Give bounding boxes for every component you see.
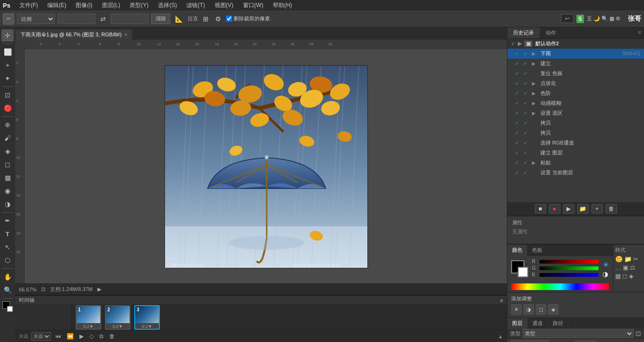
dodge-tool[interactable]: ◑ <box>1 198 14 210</box>
happy-icon[interactable]: 🙂 <box>615 256 623 263</box>
duplicate-frame-btn[interactable]: ⧉ <box>98 333 105 340</box>
adj-contrast-icon[interactable]: ◑ <box>523 304 534 315</box>
clone-stamp-tool[interactable]: ◈ <box>1 145 14 157</box>
panel-menu-btn[interactable]: ≡ <box>635 27 644 38</box>
menu-edit[interactable]: 编辑(E) <box>45 0 69 10</box>
action-build[interactable]: ✓ ✓ ▶ 建立 <box>507 59 644 68</box>
menu-layer[interactable]: 图层(L) <box>100 0 123 10</box>
mask-icon[interactable]: ◻ <box>622 273 627 280</box>
lasso-tool[interactable]: ⌖ <box>1 59 14 71</box>
action-set-selection[interactable]: ✓ ✓ ▶ 设置 选区 <box>507 108 644 118</box>
play-action-btn[interactable]: ▶ <box>563 204 574 214</box>
action-rain[interactable]: ✓ ✓ ▶ 下雨 Shift+F2 <box>507 49 644 59</box>
menu-file[interactable]: 文件(F) <box>17 0 40 10</box>
timeline-collapse-btn[interactable]: ▲ <box>498 333 503 339</box>
sun-adj-icon[interactable]: ☀ <box>602 260 609 269</box>
balance-icon[interactable]: ⚖ <box>630 264 635 271</box>
layer-comp-icon[interactable]: ▣ <box>623 264 628 271</box>
b-slider[interactable] <box>540 273 599 277</box>
color-spectrum[interactable] <box>511 283 609 290</box>
menu-select[interactable]: 选择(S) <box>156 0 179 10</box>
marquee-tool[interactable]: ⬜ <box>1 46 14 58</box>
channels-icon[interactable]: ◈ <box>629 273 634 280</box>
tab-swatches[interactable]: 色板 <box>527 245 547 256</box>
action-create-layer[interactable]: ✓ ✓ 建立 图层 <box>507 148 644 158</box>
frame-1[interactable]: 1 0.2▼ <box>76 305 101 330</box>
settings-icon[interactable]: ⚙ <box>213 15 223 23</box>
adj-brightness-icon[interactable]: ☀ <box>511 304 522 315</box>
tab-history[interactable]: 历史记录 <box>507 27 540 38</box>
tab-actions[interactable]: 动作 <box>540 27 562 38</box>
new-set-btn[interactable]: 📁 <box>577 204 589 214</box>
hand-tool[interactable]: ✋ <box>1 271 14 283</box>
delete-cropped-label[interactable]: 删除裁剪的像素 <box>226 15 270 22</box>
ratio-height-input[interactable] <box>111 14 148 24</box>
adj-channel-icon[interactable]: ◈ <box>548 304 558 315</box>
prev-frame-btn[interactable]: ⏪ <box>65 333 75 340</box>
scissors-icon[interactable]: ✂ <box>633 256 638 263</box>
tab-channels[interactable]: 通道 <box>528 318 548 329</box>
grid2-icon[interactable]: ▦ <box>615 273 621 280</box>
pen-tool[interactable]: ✒ <box>1 214 14 227</box>
play-btn[interactable]: ▶ <box>78 333 85 340</box>
tab-paths[interactable]: 路径 <box>548 318 568 329</box>
action-pixelate[interactable]: ✓ ✓ ▶ 点状化 <box>507 78 644 88</box>
straighten-icon[interactable]: 📐 <box>173 15 185 23</box>
action-reset-swatch[interactable]: ✓ ✓ 复位 色板 <box>507 68 644 78</box>
filter-toggle[interactable]: ⊡ <box>635 330 641 337</box>
background-swatch[interactable] <box>518 267 528 277</box>
tweens-btn[interactable]: ◇ <box>88 333 95 340</box>
tab-layers[interactable]: 图层 <box>507 318 528 329</box>
menu-help[interactable]: 帮助(H) <box>270 0 295 10</box>
action-motion-blur[interactable]: ✓ ✓ ▶ 动感模糊 <box>507 98 644 108</box>
contrast-adj-icon[interactable]: ◑ <box>602 270 609 278</box>
brush-tool[interactable]: 🖌 <box>1 132 14 144</box>
canvas-image-area[interactable]: 花瓣网 huaban.com 图虫创意·视觉中国 VisualChina <box>26 50 507 283</box>
crop-tool[interactable]: ⊡ <box>1 89 14 101</box>
blur-tool[interactable]: ◉ <box>1 185 14 197</box>
folder-icon[interactable]: 📁 <box>624 256 632 263</box>
action-expand[interactable]: ▶ <box>532 51 538 56</box>
crop-tool-icon[interactable]: ✂ <box>3 13 14 25</box>
timeline-menu-icon[interactable]: ≡ <box>500 298 503 303</box>
menu-image[interactable]: 图像(I) <box>73 0 95 10</box>
grid-icon[interactable]: ⊞ <box>201 15 210 23</box>
first-frame-btn[interactable]: ⏮ <box>54 333 62 340</box>
undo-history-btn[interactable]: ↩ <box>561 14 574 23</box>
zoom-tool[interactable]: 🔍 <box>1 284 14 296</box>
more-icon[interactable]: … <box>615 264 621 271</box>
frame-2[interactable]: 2 0.2▼ <box>105 305 131 330</box>
path-select-tool[interactable]: ↖ <box>1 241 14 253</box>
document-tab[interactable]: 下雨天雨伞1.jpg @ 66.7% (图层 3, RGB/8#) × <box>15 29 132 40</box>
magic-wand-tool[interactable]: ✦ <box>1 72 14 85</box>
foreground-bg-swatch[interactable] <box>1 300 14 313</box>
stop-btn[interactable]: ■ <box>535 204 546 214</box>
action-copy1[interactable]: ✓ ✓ 拷贝 <box>507 118 644 128</box>
eraser-tool[interactable]: ◻ <box>1 158 14 171</box>
frame-3[interactable]: 3 0.2▼ <box>134 305 160 330</box>
ratio-select[interactable]: 比例 固定大小 正常 <box>17 14 55 24</box>
action-levels[interactable]: ✓ ✓ ▶ 色阶 <box>507 88 644 98</box>
clear-button[interactable]: 清除 <box>151 14 170 24</box>
blend-mode-select[interactable]: 类型 <box>522 329 634 338</box>
r-slider[interactable] <box>540 260 599 264</box>
menu-view[interactable]: 视图(V) <box>212 0 236 10</box>
delete-action-btn[interactable]: 🗑 <box>606 204 617 214</box>
menu-window[interactable]: 窗口(W) <box>241 0 266 10</box>
menu-type[interactable]: 类型(Y) <box>127 0 151 10</box>
action-paste[interactable]: ✓ ✓ ▶ 粘贴 <box>507 158 644 168</box>
group-expand-icon[interactable]: ▶ <box>518 41 522 47</box>
healing-tool[interactable]: ⊕ <box>1 119 14 131</box>
doc-size-arrow[interactable]: ▶ <box>97 286 101 292</box>
delete-frame-btn[interactable]: 🗑 <box>108 333 116 340</box>
gradient-tool[interactable]: ▦ <box>1 171 14 184</box>
menu-filter[interactable]: 滤镜(T) <box>184 0 207 10</box>
record-btn[interactable]: ● <box>549 204 560 214</box>
action-copy2[interactable]: ✓ ✓ 拷贝 <box>507 128 644 138</box>
tab-close-btn[interactable]: × <box>124 32 127 37</box>
fg-bg-swatch[interactable] <box>511 260 528 277</box>
actions-group-default[interactable]: ✓ ▶ ▣ 默认动作2 <box>507 39 644 49</box>
loop-select[interactable]: 永远 <box>31 332 51 341</box>
action-select-rgb[interactable]: ✓ ✓ 选择 RGB通道 <box>507 138 644 148</box>
action-set-current[interactable]: ✓ ✓ 设置 当前图层 <box>507 168 644 178</box>
